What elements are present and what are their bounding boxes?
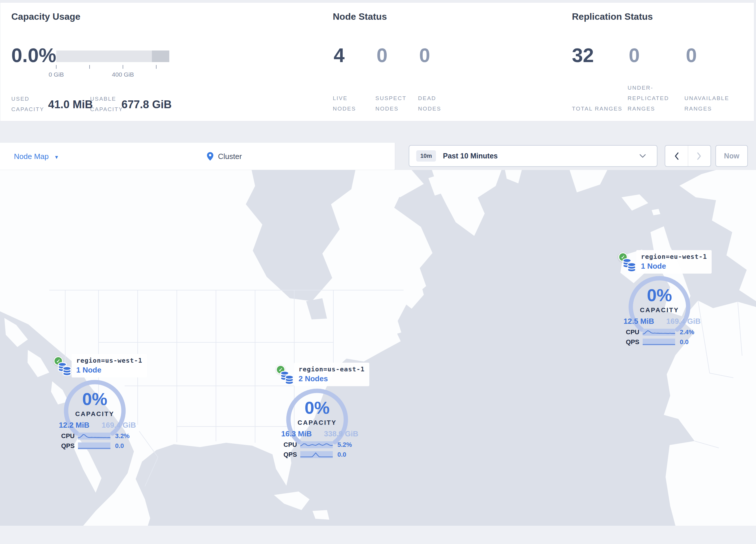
- capacity-percent: 0%: [54, 390, 136, 409]
- location-pin-icon: [207, 152, 213, 161]
- node-map: ✓ region=us-west-1 1 Node 0% CAPACITY 12…: [0, 170, 756, 526]
- qps-label: QPS: [61, 442, 78, 450]
- axis-tick-label: 0 GiB: [39, 71, 74, 78]
- usable-capacity-label: USABLE CAPACITY: [90, 94, 126, 115]
- view-toolbar: Node Map ▾ Cluster: [0, 143, 395, 170]
- time-range-label: Past 10 Minutes: [443, 152, 498, 160]
- region-name: region=us-east-1: [299, 366, 365, 373]
- cpu-value: 2.4%: [680, 329, 694, 336]
- qps-value: 0.0: [337, 451, 346, 458]
- qps-sparkline: [300, 451, 333, 458]
- used-capacity: 12.5 MiB: [624, 317, 654, 326]
- chevron-right-icon: [697, 152, 702, 160]
- used-capacity-label: USED CAPACITY: [11, 94, 48, 115]
- unavailable-ranges-label: UNAVAILABLE RANGES: [684, 93, 741, 114]
- axis-tick: [56, 65, 57, 69]
- time-range-select[interactable]: 10m Past 10 Minutes: [409, 145, 657, 167]
- capacity-percent: 0%: [618, 286, 701, 305]
- used-capacity-value: 41.0 MiB: [48, 98, 93, 111]
- time-window-badge: 10m: [416, 150, 436, 162]
- total-ranges-value: 32: [572, 44, 594, 66]
- view-selector-label: Node Map: [14, 152, 49, 161]
- cpu-value: 5.2%: [337, 441, 352, 449]
- cpu-sparkline: [643, 329, 675, 336]
- cpu-label: CPU: [61, 432, 78, 440]
- map-footer-strip: [0, 526, 756, 544]
- capacity-percent: 0%: [276, 399, 358, 417]
- suspect-nodes-label: SUSPECT NODES: [375, 93, 414, 114]
- dead-nodes-label: DEAD NODES: [418, 93, 456, 114]
- dead-nodes-value: 0: [419, 44, 430, 66]
- suspect-nodes-value: 0: [377, 44, 388, 66]
- total-capacity: 338.9 GiB: [324, 429, 358, 438]
- next-interval-button[interactable]: [688, 146, 711, 166]
- replication-status-title: Replication Status: [572, 11, 653, 22]
- now-button[interactable]: Now: [715, 145, 748, 167]
- region-marker-us-west-1[interactable]: ✓ region=us-west-1 1 Node 0% CAPACITY 12…: [54, 356, 141, 456]
- axis-tick: [123, 65, 123, 69]
- region-marker-eu-west-1[interactable]: ✓ region=eu-west-1 1 Node 0% CAPACITY 12…: [618, 252, 705, 353]
- under-replicated-ranges-label: UNDER-REPLICATED RANGES: [628, 83, 684, 114]
- under-replicated-ranges-value: 0: [629, 44, 640, 66]
- total-ranges-label: TOTAL RANGES: [572, 104, 629, 114]
- capacity-usage-bar: [56, 50, 169, 62]
- cluster-summary-panel: Capacity Usage 0.0% 0 GiB 400 GiB USED C…: [0, 2, 754, 121]
- node-status-title: Node Status: [333, 11, 387, 22]
- region-name: region=eu-west-1: [641, 253, 707, 260]
- qps-value: 0.0: [680, 338, 689, 346]
- capacity-label: CAPACITY: [276, 419, 358, 427]
- qps-sparkline: [643, 339, 675, 346]
- qps-sparkline: [78, 443, 110, 449]
- cpu-label: CPU: [283, 441, 300, 449]
- chevron-down-icon: [639, 154, 646, 158]
- qps-label: QPS: [283, 451, 300, 458]
- usable-capacity-value: 677.8 GiB: [121, 98, 172, 111]
- cpu-value: 3.2%: [115, 432, 130, 440]
- region-marker-us-east-1[interactable]: ✓ region=us-east-1 2 Nodes 0% CAPACITY 1…: [276, 365, 363, 465]
- axis-tick: [89, 65, 90, 69]
- cpu-sparkline: [300, 441, 333, 448]
- qps-label: QPS: [626, 338, 643, 346]
- chevron-left-icon: [674, 152, 679, 160]
- chevron-down-icon: ▾: [55, 153, 58, 160]
- node-count-link[interactable]: 1 Node: [76, 366, 142, 375]
- capacity-usage-percent: 0.0%: [11, 44, 56, 66]
- capacity-label: CAPACITY: [54, 410, 136, 418]
- breadcrumb-label: Cluster: [218, 152, 242, 161]
- unavailable-ranges-value: 0: [686, 44, 697, 66]
- capacity-bar-reserved-segment: [152, 50, 169, 62]
- node-count-link[interactable]: 1 Node: [641, 262, 707, 271]
- node-count-link[interactable]: 2 Nodes: [299, 374, 365, 383]
- view-selector-dropdown[interactable]: Node Map ▾: [14, 143, 58, 170]
- live-nodes-value: 4: [334, 44, 345, 66]
- capacity-usage-title: Capacity Usage: [11, 11, 80, 22]
- prev-interval-button[interactable]: [665, 146, 688, 166]
- total-capacity: 169.4 GiB: [666, 317, 701, 326]
- qps-value: 0.0: [115, 442, 124, 450]
- breadcrumb-cluster[interactable]: Cluster: [207, 143, 242, 170]
- time-interval-nav: [665, 145, 711, 167]
- cpu-sparkline: [78, 433, 110, 440]
- capacity-label: CAPACITY: [618, 307, 701, 314]
- used-capacity: 16.3 MiB: [281, 429, 312, 438]
- axis-tick: [156, 65, 157, 69]
- total-capacity: 169.4 GiB: [101, 421, 136, 430]
- live-nodes-label: LIVE NODES: [333, 93, 371, 114]
- region-name: region=us-west-1: [76, 357, 142, 364]
- cpu-label: CPU: [626, 329, 643, 336]
- axis-tick-label: 400 GiB: [106, 71, 140, 78]
- used-capacity: 12.2 MiB: [59, 421, 90, 430]
